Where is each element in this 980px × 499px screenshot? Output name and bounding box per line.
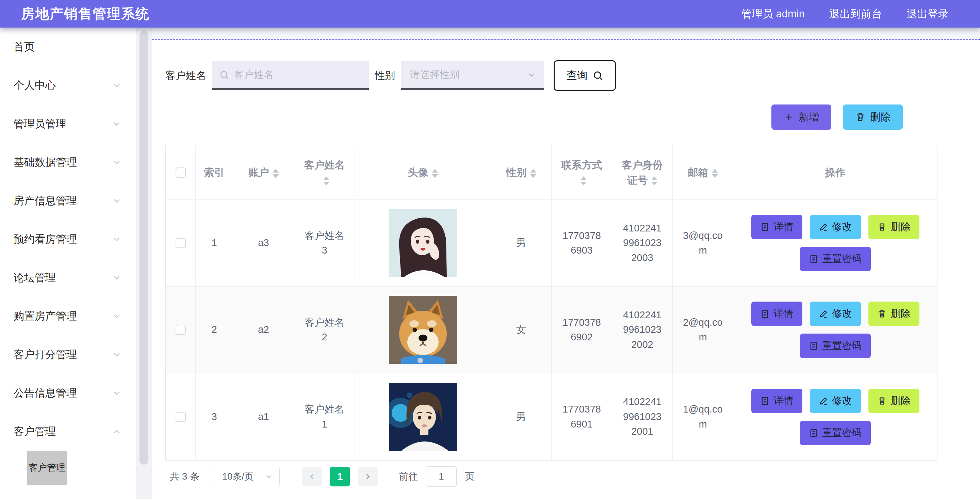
- edit-button[interactable]: 修改: [810, 301, 861, 326]
- breadcrumb-zone: [152, 27, 980, 40]
- sidebar-item-sales-manager-management[interactable]: 销售经理管理: [0, 485, 136, 499]
- sidebar-item-label: 房产信息管理: [14, 194, 77, 208]
- sort-caret[interactable]: [272, 169, 279, 178]
- cell-account: a3: [258, 236, 269, 250]
- sidebar-scrollbar[interactable]: [136, 27, 152, 499]
- sidebar-item-label: 基础数据管理: [14, 155, 77, 169]
- cell-email: 3@qq.com: [681, 228, 725, 258]
- sidebar-item-appointment-management[interactable]: 预约看房管理: [0, 220, 136, 258]
- prev-page-button[interactable]: [302, 467, 322, 486]
- chevron-down-icon: [111, 388, 122, 398]
- header-cell-phone: 联系方式: [552, 145, 612, 200]
- customer-table: 索引 账户 客户姓名 头像 性别 联系方式 客户身份证号 邮箱 操作 1 a3: [165, 145, 937, 461]
- gender-label: 性别: [375, 69, 395, 83]
- sidebar-subitem-customer-management[interactable]: 客户管理: [27, 451, 67, 485]
- main-layout: 首页 个人中心 管理员管理 基础数据管理 房产信息管理 预约看房管理 论坛管理 …: [0, 0, 980, 499]
- delete-row-button[interactable]: 删除: [869, 389, 920, 413]
- sidebar-item-base-data-management[interactable]: 基础数据管理: [0, 143, 136, 182]
- row-checkbox[interactable]: [176, 412, 186, 422]
- sidebar-item-label: 销售经理管理: [14, 497, 77, 499]
- sort-caret[interactable]: [530, 169, 536, 178]
- detail-button[interactable]: 详情: [751, 301, 802, 326]
- trash-icon: [877, 396, 887, 406]
- sort-caret[interactable]: [712, 169, 718, 178]
- select-all-checkbox[interactable]: [176, 167, 186, 178]
- cell-name: 客户姓名1: [302, 402, 347, 432]
- reset-password-button[interactable]: 重置密码: [800, 333, 871, 358]
- delete-row-button[interactable]: 删除: [869, 301, 920, 326]
- sidebar-item-label: 预约看房管理: [14, 232, 77, 246]
- header-user[interactable]: 管理员 admin: [741, 7, 805, 21]
- sidebar-item-announcement-management[interactable]: 公告信息管理: [0, 374, 136, 412]
- page-size-value: 10条/页: [222, 470, 253, 483]
- cell-idcard: 410224199610232002: [620, 308, 664, 352]
- document-icon: [809, 254, 818, 264]
- chevron-down-icon: [111, 119, 122, 129]
- query-button[interactable]: 查询: [554, 60, 616, 91]
- customer-name-input[interactable]: [234, 69, 362, 80]
- detail-button[interactable]: 详情: [751, 215, 802, 239]
- cell-phone: 17703786903: [560, 228, 604, 258]
- sidebar-item-property-info-management[interactable]: 房产信息管理: [0, 182, 136, 220]
- sidebar-item-purchase-management[interactable]: 购置房产管理: [0, 297, 136, 335]
- edit-button[interactable]: 修改: [810, 389, 861, 413]
- next-page-button[interactable]: [358, 467, 378, 486]
- add-button-label: 新增: [799, 110, 819, 124]
- add-button[interactable]: 新增: [772, 105, 831, 130]
- sort-caret[interactable]: [651, 176, 657, 185]
- cell-email: 2@qq.com: [681, 315, 725, 345]
- sidebar-item-customer-management[interactable]: 客户管理: [0, 412, 136, 451]
- page-number-button[interactable]: 1: [330, 467, 350, 486]
- cell-name: 客户姓名3: [302, 228, 347, 258]
- cell-phone: 17703786901: [560, 402, 604, 432]
- gender-select[interactable]: 请选择性别: [401, 61, 544, 90]
- sidebar-item-customer-rating-management[interactable]: 客户打分管理: [0, 335, 136, 374]
- chevron-down-icon: [111, 349, 122, 360]
- table-row: 3 a1 客户姓名1: [166, 373, 937, 460]
- sidebar-item-admin-management[interactable]: 管理员管理: [0, 105, 136, 143]
- avatar-image-shiba-dog: [389, 296, 457, 364]
- chevron-down-icon: [111, 157, 122, 167]
- table-header: 索引 账户 客户姓名 头像 性别 联系方式 客户身份证号 邮箱 操作: [166, 145, 937, 200]
- row-checkbox[interactable]: [176, 325, 186, 335]
- header-logout[interactable]: 退出登录: [907, 7, 949, 21]
- row-checkbox[interactable]: [176, 238, 186, 248]
- scrollbar-thumb[interactable]: [140, 31, 148, 465]
- pencil-icon: [819, 396, 828, 406]
- reset-password-button[interactable]: 重置密码: [800, 421, 871, 445]
- sidebar-item-label: 个人中心: [14, 78, 56, 92]
- customer-name-label: 客户姓名: [165, 69, 206, 83]
- detail-button[interactable]: 详情: [751, 389, 802, 413]
- table-toolbar: 新增 删除: [772, 105, 903, 130]
- trash-icon: [877, 222, 887, 232]
- table-body: 1 a3 客户姓名3: [166, 200, 937, 460]
- query-button-label: 查询: [566, 69, 588, 83]
- edit-button[interactable]: 修改: [810, 215, 861, 239]
- cell-idcard: 410224199610232001: [620, 394, 664, 439]
- header-exit-to-front[interactable]: 退出到前台: [829, 7, 882, 21]
- pencil-icon: [819, 222, 828, 232]
- chevron-down-icon: [111, 234, 122, 244]
- delete-row-button[interactable]: 删除: [869, 215, 920, 239]
- cell-gender: 男: [516, 410, 526, 424]
- sidebar-item-label: 客户管理: [14, 424, 56, 439]
- header-menu: 管理员 admin 退出到前台 退出登录: [741, 7, 949, 21]
- cell-email: 1@qq.com: [681, 402, 725, 432]
- sidebar-item-home[interactable]: 首页: [0, 27, 136, 66]
- pagination: 共 3 条 10条/页 1 前往 页: [170, 466, 474, 487]
- cell-account: a2: [258, 322, 269, 337]
- content-area: 首页 客户管理 客户姓名 性别 请选择性别 查询: [152, 27, 980, 499]
- cell-index: 3: [211, 410, 217, 424]
- page-size-select[interactable]: 10条/页: [212, 466, 280, 487]
- sidebar-item-personal-center[interactable]: 个人中心: [0, 66, 136, 105]
- sort-caret[interactable]: [581, 176, 587, 185]
- chevron-left-icon: [308, 472, 317, 481]
- reset-password-button[interactable]: 重置密码: [800, 247, 871, 271]
- header-cell-email: 邮箱: [673, 145, 733, 200]
- delete-button[interactable]: 删除: [843, 105, 903, 130]
- document-icon: [760, 222, 770, 232]
- sidebar-item-forum-management[interactable]: 论坛管理: [0, 258, 136, 297]
- sort-caret[interactable]: [323, 176, 329, 185]
- goto-page-input[interactable]: [426, 466, 457, 487]
- sort-caret[interactable]: [432, 169, 438, 178]
